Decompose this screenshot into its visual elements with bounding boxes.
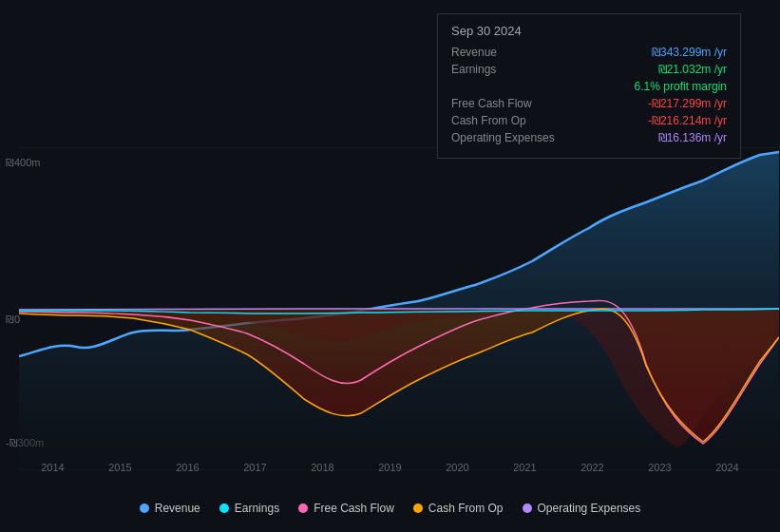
tooltip-row-cfo: Cash From Op -₪216.214m /yr — [451, 114, 727, 127]
legend-item-fcf[interactable]: Free Cash Flow — [298, 502, 394, 515]
y-label-0: ₪0 — [6, 314, 20, 326]
tooltip-label-earnings: Earnings — [451, 63, 575, 76]
tooltip-label-fcf: Free Cash Flow — [451, 97, 575, 110]
legend-dot-fcf — [298, 504, 308, 513]
x-label-2014: 2014 — [41, 462, 64, 473]
tooltip-row-revenue: Revenue ₪343.299m /yr — [451, 46, 727, 59]
tooltip-profit-margin-row: 6.1% profit margin — [451, 80, 727, 93]
legend-dot-revenue — [140, 504, 149, 513]
legend-dot-earnings — [219, 504, 229, 513]
x-label-2022: 2022 — [580, 462, 603, 473]
x-label-2016: 2016 — [176, 462, 199, 473]
legend-dot-cfo — [413, 504, 423, 513]
legend-item-opex[interactable]: Operating Expenses — [523, 502, 641, 515]
legend-item-cfo[interactable]: Cash From Op — [413, 502, 504, 515]
tooltip-value-revenue: ₪343.299m /yr — [652, 46, 727, 59]
legend-label-revenue: Revenue — [155, 502, 200, 515]
tooltip-label-revenue: Revenue — [451, 46, 575, 59]
legend-label-earnings: Earnings — [235, 502, 279, 515]
chart-legend: Revenue Earnings Free Cash Flow Cash Fro… — [0, 502, 780, 515]
chart-container: Sep 30 2024 Revenue ₪343.299m /yr Earnin… — [0, 0, 780, 532]
tooltip-value-earnings: ₪21.032m /yr — [658, 63, 727, 76]
tooltip-value-fcf: -₪217.299m /yr — [648, 97, 727, 110]
legend-item-revenue[interactable]: Revenue — [140, 502, 200, 515]
x-label-2024: 2024 — [715, 462, 738, 473]
tooltip-profit-margin: 6.1% profit margin — [635, 80, 727, 93]
tooltip-date: Sep 30 2024 — [451, 24, 727, 38]
chart-svg — [19, 147, 779, 470]
legend-label-fcf: Free Cash Flow — [314, 502, 394, 515]
x-label-2018: 2018 — [311, 462, 333, 473]
legend-label-opex: Operating Expenses — [538, 502, 641, 515]
x-label-2017: 2017 — [243, 462, 266, 473]
legend-item-earnings[interactable]: Earnings — [219, 502, 279, 515]
tooltip-row-opex: Operating Expenses ₪16.136m /yr — [451, 131, 727, 144]
tooltip-value-opex: ₪16.136m /yr — [658, 131, 727, 144]
tooltip-value-cfo: -₪216.214m /yr — [648, 114, 727, 127]
tooltip: Sep 30 2024 Revenue ₪343.299m /yr Earnin… — [437, 13, 741, 159]
x-label-2019: 2019 — [378, 462, 401, 473]
tooltip-label-opex: Operating Expenses — [451, 131, 575, 144]
x-label-2023: 2023 — [648, 462, 671, 473]
tooltip-row-earnings: Earnings ₪21.032m /yr — [451, 63, 727, 76]
x-label-2015: 2015 — [108, 462, 131, 473]
x-axis-labels: 2014 2015 2016 2017 2018 2019 2020 2021 … — [19, 462, 780, 473]
legend-label-cfo: Cash From Op — [428, 502, 504, 515]
legend-dot-opex — [523, 504, 532, 513]
tooltip-row-fcf: Free Cash Flow -₪217.299m /yr — [451, 97, 727, 110]
x-label-2021: 2021 — [513, 462, 536, 473]
tooltip-label-cfo: Cash From Op — [451, 114, 575, 127]
x-label-2020: 2020 — [446, 462, 468, 473]
